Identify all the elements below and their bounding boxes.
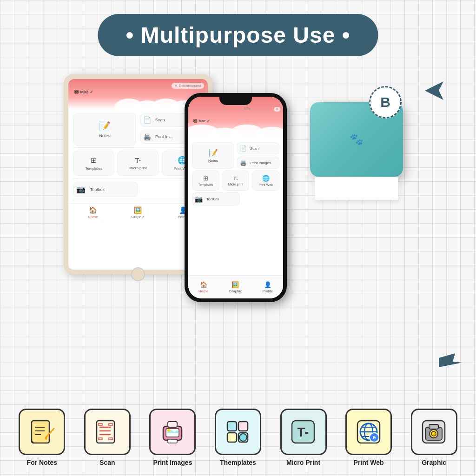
svg-marker-0 xyxy=(425,81,443,100)
tablet-separator xyxy=(73,147,203,148)
phone-scan-item[interactable]: 📄 Scan xyxy=(237,142,279,154)
svg-rect-31 xyxy=(168,439,177,443)
web-label: Print Web xyxy=(354,459,384,467)
phone-toolbox-row: 📷 Toolbox xyxy=(188,192,283,207)
svg-text:T-: T- xyxy=(298,425,309,439)
svg-text:e: e xyxy=(372,434,376,441)
printer-device: 🐾 xyxy=(301,102,412,195)
micro-label: Micro Print xyxy=(286,459,320,467)
features-section: For Notes Scan xyxy=(9,409,467,467)
notes-label: For Notes xyxy=(27,459,57,467)
phone-toolbox-item[interactable]: 📷 Toolbox xyxy=(192,192,240,205)
tablet-micro-item[interactable]: T- Micro print xyxy=(117,151,159,176)
svg-point-36 xyxy=(239,434,247,441)
tablet-home-button[interactable] xyxy=(131,267,145,281)
svg-rect-33 xyxy=(238,422,248,431)
phone-nav-graphic[interactable]: 🖼️ Graphic xyxy=(229,281,242,293)
svg-marker-1 xyxy=(439,353,462,367)
phone-print-item[interactable]: 🖨️ Print Images xyxy=(237,157,279,169)
phone-device: 🐻 M02 ✓ ✕ 87% 📝 Notes 📄 Scan xyxy=(185,93,287,302)
feature-print-web: e Print Web xyxy=(341,409,397,467)
devices-section: 🐻 M02 ✓ ✕ Disconnected 📝 Notes 📄 Scan xyxy=(0,65,476,302)
deco-arrow-bottom xyxy=(439,353,462,374)
bluetooth-indicator: B xyxy=(369,86,402,119)
page-title: • Multipurpose Use • xyxy=(126,22,350,48)
tablet-nav-graphic[interactable]: 🖼️ Graphic xyxy=(131,206,144,219)
printer-paper xyxy=(315,177,398,200)
tablet-notes-item[interactable]: 📝 Notes xyxy=(73,113,136,145)
notes-icon-box xyxy=(19,409,65,455)
tablet-nav-home[interactable]: 🏠 Home xyxy=(88,206,98,219)
templates-label: Themplates xyxy=(220,459,256,467)
phone-bottom-nav: 🏠 Home 🖼️ Graphic 👤 Profile xyxy=(188,275,283,298)
svg-rect-34 xyxy=(227,433,237,442)
phone-nav-home[interactable]: 🏠 Home xyxy=(198,281,208,293)
svg-rect-32 xyxy=(227,422,237,431)
svg-rect-49 xyxy=(429,424,438,429)
phone-top-grid: 📝 Notes 📄 Scan 🖨️ Print Images xyxy=(188,139,283,171)
print-label: Print Images xyxy=(153,459,192,467)
graphic-label: Graphic xyxy=(422,459,446,467)
phone-web-item[interactable]: 🌐 Print Web xyxy=(252,171,279,191)
tablet-separator-3 xyxy=(73,200,203,200)
feature-scan: Scan xyxy=(79,409,135,467)
feature-for-notes: For Notes xyxy=(14,409,70,467)
phone-nav-profile[interactable]: 👤 Profile xyxy=(262,281,273,293)
svg-point-29 xyxy=(167,429,170,432)
web-icon-box: e xyxy=(345,409,392,455)
svg-rect-30 xyxy=(168,422,177,427)
scan-icon-box xyxy=(84,409,131,455)
printer-logo: 🐾 xyxy=(350,133,364,146)
tablet-templates-item[interactable]: ⊞ Templates xyxy=(73,151,114,176)
feature-micro-print: T- Micro Print xyxy=(276,409,331,467)
page-content: • Multipurpose Use • B xyxy=(0,0,476,476)
feature-graphic: Graphic xyxy=(406,409,462,467)
deco-arrow-top xyxy=(425,81,453,102)
phone-mid-grid: ⊞ Templates T- Micro print 🌐 Print Web xyxy=(188,171,283,192)
svg-point-51 xyxy=(431,431,436,436)
feature-print-images: Print Images xyxy=(145,409,200,467)
phone-notes-item[interactable]: 📝 Notes xyxy=(192,142,234,169)
feature-templates: Themplates xyxy=(210,409,266,467)
phone-templates-item[interactable]: ⊞ Templates xyxy=(192,171,219,191)
tablet-toolbox-item[interactable]: 📷 Toolbox xyxy=(73,182,138,197)
micro-icon-box: T- xyxy=(280,409,327,455)
phone-right-col: 📄 Scan 🖨️ Print Images xyxy=(237,142,279,169)
phone-micro-item[interactable]: T- Micro print xyxy=(222,171,250,191)
phone-notch xyxy=(219,97,252,105)
title-banner: • Multipurpose Use • xyxy=(98,14,378,56)
tablet-separator-2 xyxy=(73,178,203,179)
phone-screen: 🐻 M02 ✓ ✕ 87% 📝 Notes 📄 Scan xyxy=(188,97,283,298)
graphic-icon-box xyxy=(411,409,457,455)
print-icon-box xyxy=(149,409,196,455)
templates-icon-box xyxy=(215,409,261,455)
scan-label: Scan xyxy=(99,459,115,467)
bluetooth-icon: B xyxy=(380,94,390,110)
